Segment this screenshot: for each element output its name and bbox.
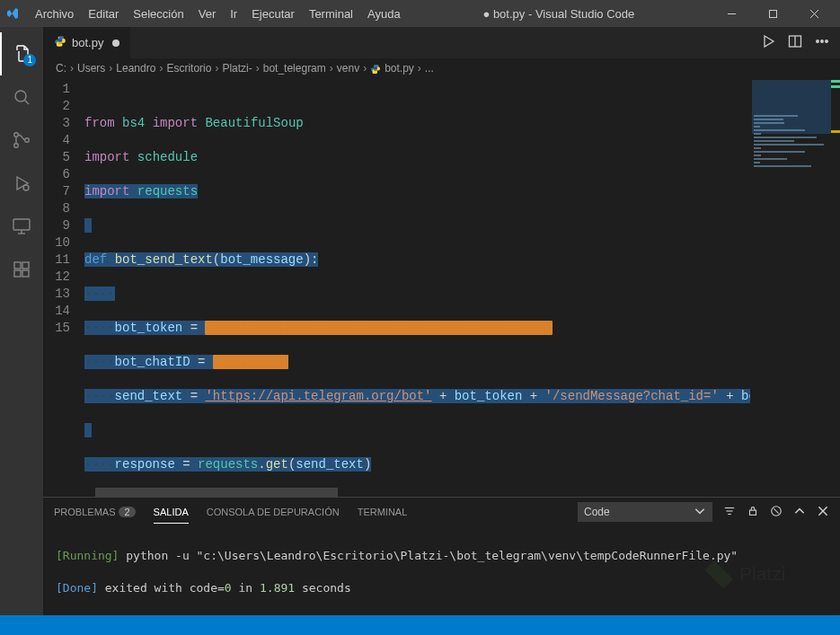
vscode-logo-icon <box>5 6 20 21</box>
svg-point-23 <box>817 40 819 43</box>
explorer-badge: 1 <box>23 54 36 66</box>
code-content[interactable]: from bs4 import BeautifulSoup import sch… <box>84 78 840 488</box>
source-control-icon[interactable] <box>0 119 43 162</box>
maximize-button[interactable] <box>752 0 793 27</box>
close-button[interactable] <box>793 0 835 27</box>
minimize-button[interactable] <box>711 0 752 27</box>
python-file-icon <box>54 35 66 50</box>
svg-rect-11 <box>13 219 30 230</box>
menu-file[interactable]: Archivo <box>29 4 80 24</box>
menu-bar: Archivo Editar Selección Ver Ir Ejecutar… <box>29 4 407 24</box>
menu-run[interactable]: Ejecutar <box>245 4 301 24</box>
chevron-up-icon[interactable] <box>793 505 806 519</box>
window-title: ● bot.py - Visual Studio Code <box>407 7 711 21</box>
status-bar[interactable] <box>0 615 840 635</box>
svg-line-32 <box>774 508 778 513</box>
tab-output[interactable]: SALIDA <box>154 501 189 524</box>
svg-marker-9 <box>17 177 28 190</box>
explorer-icon[interactable]: 1 <box>0 32 43 75</box>
menu-edit[interactable]: Editar <box>82 4 125 24</box>
redacted-token: '███████████████████████████████████████… <box>205 321 552 335</box>
svg-rect-17 <box>22 270 29 277</box>
bottom-panel: PROBLEMAS2 SALIDA CONSOLA DE DEPURACIÓN … <box>43 497 840 615</box>
svg-point-6 <box>14 133 19 137</box>
svg-point-25 <box>826 40 828 43</box>
tab-bar: bot.py <box>43 27 840 58</box>
svg-line-5 <box>25 101 30 105</box>
python-file-icon <box>370 62 381 75</box>
tab-label: bot.py <box>72 36 103 49</box>
output-content[interactable]: [Running] python -u "c:\Users\Leandro\Es… <box>43 526 840 615</box>
breadcrumbs[interactable]: C:› Users› Leandro› Escritorio› Platzi-›… <box>43 58 840 78</box>
tab-terminal[interactable]: TERMINAL <box>358 501 408 523</box>
menu-view[interactable]: Ver <box>192 4 223 24</box>
chevron-down-icon <box>694 505 706 520</box>
modified-indicator-icon <box>112 40 119 47</box>
tab-bot-py[interactable]: bot.py <box>43 27 131 58</box>
more-actions-icon[interactable] <box>815 34 829 51</box>
svg-point-18 <box>58 37 59 38</box>
title-bar: Archivo Editar Selección Ver Ir Ejecutar… <box>0 0 840 27</box>
output-channel-select[interactable]: Code <box>578 502 712 522</box>
svg-point-10 <box>23 185 29 190</box>
svg-rect-16 <box>14 270 21 277</box>
activity-bar: 1 <box>0 27 43 615</box>
panel-close-icon[interactable] <box>817 505 829 519</box>
svg-point-7 <box>14 144 19 148</box>
menu-go[interactable]: Ir <box>224 4 243 24</box>
problems-count: 2 <box>119 507 135 517</box>
svg-marker-20 <box>765 36 774 47</box>
editor-actions <box>750 27 840 58</box>
minimap[interactable] <box>750 78 840 488</box>
tab-problems[interactable]: PROBLEMAS2 <box>54 501 136 523</box>
svg-point-19 <box>61 45 62 46</box>
redacted-chat-id: '████████' <box>213 355 288 369</box>
svg-rect-14 <box>14 262 21 269</box>
svg-point-8 <box>25 138 30 143</box>
run-debug-icon[interactable] <box>0 162 43 205</box>
menu-help[interactable]: Ayuda <box>361 4 407 24</box>
search-icon[interactable] <box>0 75 43 119</box>
panel-tabs: PROBLEMAS2 SALIDA CONSOLA DE DEPURACIÓN … <box>43 498 840 526</box>
filter-icon[interactable] <box>723 505 736 519</box>
svg-rect-30 <box>750 510 756 515</box>
window-controls <box>711 0 835 27</box>
overview-ruler[interactable] <box>831 78 840 488</box>
line-gutter: 123456789101112131415 <box>43 78 84 488</box>
extensions-icon[interactable] <box>0 248 43 291</box>
split-editor-icon[interactable] <box>788 34 802 51</box>
remote-icon[interactable] <box>0 205 43 248</box>
run-file-icon[interactable] <box>761 34 775 51</box>
svg-point-4 <box>15 91 26 101</box>
clear-output-icon[interactable] <box>770 505 783 519</box>
horizontal-scrollbar[interactable] <box>43 488 840 497</box>
menu-terminal[interactable]: Terminal <box>303 4 359 24</box>
code-editor[interactable]: 123456789101112131415 from bs4 import Be… <box>43 78 840 488</box>
svg-rect-15 <box>22 262 29 269</box>
tab-debug-console[interactable]: CONSOLA DE DEPURACIÓN <box>207 501 340 523</box>
svg-rect-1 <box>769 10 776 17</box>
lock-scroll-icon[interactable] <box>747 505 759 519</box>
svg-point-24 <box>821 40 824 43</box>
menu-selection[interactable]: Selección <box>127 4 190 24</box>
